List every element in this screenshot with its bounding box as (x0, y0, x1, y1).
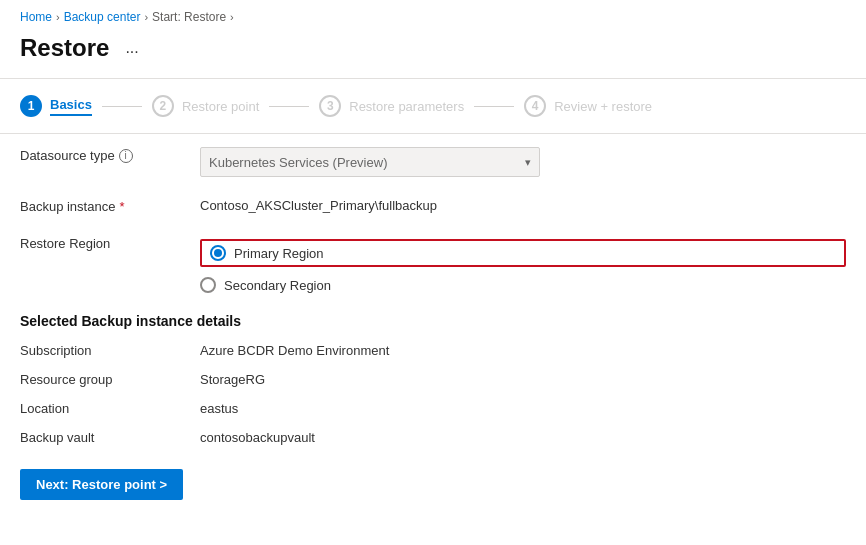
wizard-step-3[interactable]: 3 Restore parameters (319, 95, 464, 117)
backup-instance-text: Contoso_AKSCluster_Primary\fullbackup (200, 193, 437, 213)
datasource-label: Datasource type i (20, 142, 200, 163)
subscription-row: Subscription Azure BCDR Demo Environment (20, 343, 846, 358)
breadcrumb: Home › Backup center › Start: Restore › (0, 0, 866, 30)
primary-region-wrapper: Primary Region (200, 239, 846, 267)
wizard-steps: 1 Basics 2 Restore point 3 Restore param… (0, 79, 866, 133)
primary-region-label: Primary Region (234, 246, 324, 261)
resource-group-row: Resource group StorageRG (20, 372, 846, 387)
step-label-3: Restore parameters (349, 99, 464, 114)
breadcrumb-current: Start: Restore (152, 10, 226, 24)
subscription-label: Subscription (20, 343, 200, 358)
step-circle-3: 3 (319, 95, 341, 117)
backup-vault-value: contosobackupvault (200, 430, 315, 445)
step-separator-2 (269, 106, 309, 107)
form-container: Datasource type i Kubernetes Services (P… (0, 134, 866, 520)
wizard-step-4[interactable]: 4 Review + restore (524, 95, 652, 117)
ellipsis-button[interactable]: ... (119, 37, 144, 59)
required-marker: * (119, 199, 124, 214)
page-title: Restore (20, 34, 109, 62)
radio-group: Primary Region Secondary Region (200, 235, 846, 293)
subscription-value: Azure BCDR Demo Environment (200, 343, 389, 358)
backup-vault-label: Backup vault (20, 430, 200, 445)
step-circle-1: 1 (20, 95, 42, 117)
restore-region-row: Restore Region Primary Region Secondary … (20, 230, 846, 293)
wizard-step-2[interactable]: 2 Restore point (152, 95, 259, 117)
secondary-region-label: Secondary Region (224, 278, 331, 293)
step-separator-3 (474, 106, 514, 107)
breadcrumb-backup-center[interactable]: Backup center (64, 10, 141, 24)
page-header: Restore ... (0, 30, 866, 78)
step-label-4: Review + restore (554, 99, 652, 114)
step-circle-4: 4 (524, 95, 546, 117)
chevron-icon: › (56, 11, 60, 23)
resource-group-value: StorageRG (200, 372, 265, 387)
datasource-row: Datasource type i Kubernetes Services (P… (20, 142, 846, 177)
backup-instance-row: Backup instance * Contoso_AKSCluster_Pri… (20, 193, 846, 214)
step-label-1: Basics (50, 97, 92, 116)
backup-instance-label: Backup instance * (20, 193, 200, 214)
step-separator-1 (102, 106, 142, 107)
secondary-radio-outer (200, 277, 216, 293)
step-circle-2: 2 (152, 95, 174, 117)
backup-instance-value: Contoso_AKSCluster_Primary\fullbackup (200, 193, 846, 213)
location-row: Location eastus (20, 401, 846, 416)
restore-region-label: Restore Region (20, 230, 200, 251)
datasource-select[interactable]: Kubernetes Services (Preview) ▾ (200, 147, 540, 177)
resource-group-label: Resource group (20, 372, 200, 387)
datasource-value: Kubernetes Services (Preview) ▾ (200, 142, 846, 177)
section-title: Selected Backup instance details (20, 313, 846, 329)
primary-radio-inner (214, 249, 222, 257)
dropdown-arrow-icon: ▾ (525, 156, 531, 169)
next-button[interactable]: Next: Restore point > (20, 469, 183, 500)
backup-vault-row: Backup vault contosobackupvault (20, 430, 846, 445)
chevron-icon-2: › (144, 11, 148, 23)
primary-radio-outer (210, 245, 226, 261)
restore-region-options: Primary Region Secondary Region (200, 230, 846, 293)
datasource-select-text: Kubernetes Services (Preview) (209, 155, 387, 170)
backup-details-section: Selected Backup instance details Subscri… (20, 313, 846, 445)
location-value: eastus (200, 401, 238, 416)
step-label-2: Restore point (182, 99, 259, 114)
location-label: Location (20, 401, 200, 416)
chevron-icon-3: › (230, 11, 234, 23)
secondary-region-radio[interactable]: Secondary Region (200, 277, 846, 293)
primary-region-radio[interactable]: Primary Region (210, 245, 324, 261)
wizard-step-1[interactable]: 1 Basics (20, 95, 92, 117)
breadcrumb-home[interactable]: Home (20, 10, 52, 24)
datasource-info-icon[interactable]: i (119, 149, 133, 163)
